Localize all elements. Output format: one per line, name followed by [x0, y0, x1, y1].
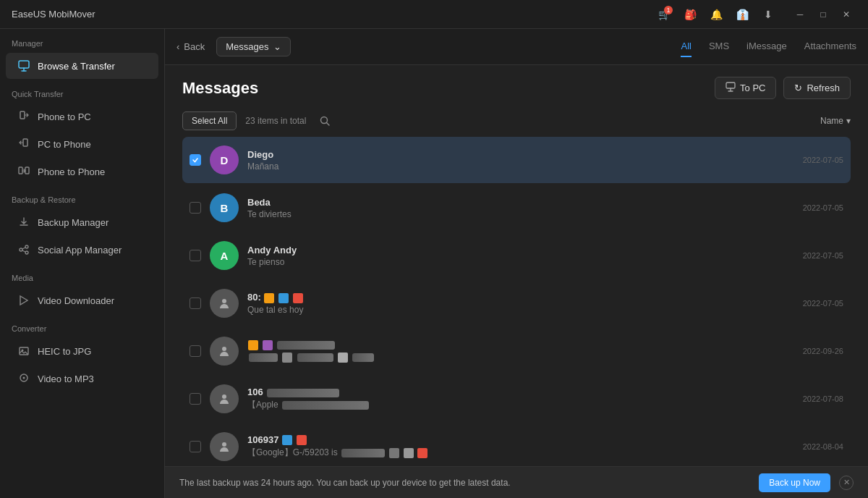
- video-downloader-icon: [17, 294, 30, 307]
- checkbox-diego[interactable]: [190, 154, 201, 166]
- sidebar-item-browse-transfer[interactable]: Browse & Transfer: [6, 53, 158, 79]
- media-section-label: Media: [0, 263, 164, 287]
- back-button[interactable]: ‹ Back: [176, 41, 205, 52]
- date-80x: 2022-07-05: [803, 299, 843, 308]
- sort-arrow-icon: ▾: [846, 116, 851, 126]
- backup-now-button[interactable]: Back up Now: [759, 473, 830, 492]
- checkbox-106937[interactable]: [190, 441, 201, 452]
- svg-rect-12: [726, 83, 735, 88]
- dropdown-arrow-icon: ⌄: [273, 41, 281, 52]
- avatar-diego: D: [210, 145, 239, 174]
- message-item-unknown1[interactable]: 2022-09-26: [182, 328, 851, 374]
- checkbox-andy[interactable]: [190, 250, 201, 261]
- checkbox-106x[interactable]: [190, 393, 201, 405]
- preview-beda: Te diviertes: [247, 209, 794, 219]
- sidebar-item-heic-to-jpg[interactable]: HEIC to JPG: [6, 338, 158, 364]
- search-button[interactable]: [315, 111, 335, 131]
- message-info-unknown1: [247, 339, 794, 363]
- main-layout: Manager Browse & Transfer Quick Transfer…: [0, 29, 868, 498]
- sidebar-item-phone-to-pc[interactable]: Phone to PC: [6, 104, 158, 130]
- download-icon[interactable]: ⬇: [758, 4, 778, 25]
- message-item-diego[interactable]: D Diego Mañana 2022-07-05: [182, 137, 851, 183]
- maximize-button[interactable]: □: [813, 4, 833, 25]
- sidebar-item-pc-to-phone[interactable]: PC to Phone: [6, 131, 158, 157]
- blurred-sender-106: [267, 389, 339, 397]
- to-pc-button[interactable]: To PC: [715, 77, 776, 99]
- sidebar-item-backup-manager[interactable]: Backup Manager: [6, 209, 158, 235]
- notification-icon[interactable]: 🛒 1: [654, 4, 674, 25]
- svg-point-17: [222, 442, 226, 447]
- message-info-80x: 80: Que tal es hoy: [247, 292, 794, 315]
- avatar-106937: [210, 432, 239, 461]
- backup-manager-icon: [17, 216, 30, 229]
- svg-rect-1: [20, 111, 25, 119]
- refresh-button[interactable]: ↻ Refresh: [783, 77, 851, 99]
- backup-section-label: Backup & Restore: [0, 185, 164, 208]
- message-item-andy[interactable]: A Andy Andy Te pienso 2022-07-05: [182, 232, 851, 279]
- tab-imessage[interactable]: iMessage: [746, 36, 787, 57]
- svg-point-6: [25, 245, 28, 248]
- message-info-106937: 106937 【Google】G-/59203 is: [247, 434, 794, 460]
- sidebar-item-video-to-mp3[interactable]: Video to MP3: [6, 366, 158, 392]
- svg-point-7: [25, 251, 28, 254]
- preview-80x: Que tal es hoy: [247, 305, 794, 315]
- close-button[interactable]: ✕: [836, 4, 856, 25]
- bag-icon[interactable]: 🎒: [680, 4, 700, 25]
- checkbox-80x[interactable]: [190, 297, 201, 309]
- message-item-80x[interactable]: 80: Que tal es hoy 2022-07-05: [182, 280, 851, 326]
- svg-marker-8: [20, 296, 27, 305]
- tab-all[interactable]: All: [681, 36, 691, 57]
- back-label: Back: [184, 41, 205, 52]
- heic-to-jpg-icon: [17, 345, 30, 358]
- sender-80x: 80:: [247, 292, 794, 303]
- app-title: EaseUS MobiMover: [12, 9, 95, 20]
- date-beda: 2022-07-05: [803, 203, 843, 212]
- backup-manager-label: Backup Manager: [38, 217, 109, 228]
- sidebar-item-video-downloader[interactable]: Video Downloader: [6, 287, 158, 313]
- date-diego: 2022-07-05: [803, 156, 843, 164]
- sender-unknown1: [247, 339, 794, 351]
- select-all-button[interactable]: Select All: [182, 111, 237, 130]
- close-notification-button[interactable]: ✕: [839, 476, 854, 490]
- tab-attachments[interactable]: Attachments: [804, 36, 856, 57]
- minimize-button[interactable]: ─: [790, 4, 810, 25]
- sidebar-item-phone-to-phone[interactable]: Phone to Phone: [6, 159, 158, 185]
- svg-rect-2: [23, 139, 27, 146]
- message-info-diego: Diego Mañana: [247, 149, 794, 172]
- messages-title: Messages: [182, 79, 258, 98]
- tab-sms[interactable]: SMS: [709, 36, 729, 57]
- avatar-beda: B: [210, 193, 239, 222]
- items-count: 23 items in total: [245, 116, 306, 126]
- color-block-1: [264, 293, 274, 303]
- preview-diego: Mañana: [247, 161, 794, 172]
- checkbox-beda[interactable]: [190, 202, 201, 214]
- message-item-106937[interactable]: 106937 【Google】G-/59203 is 2022-08-0: [182, 423, 851, 466]
- converter-section-label: Converter: [0, 314, 164, 337]
- sender-beda: Beda: [247, 197, 794, 208]
- svg-rect-3: [19, 167, 22, 174]
- avatar-106x: [210, 384, 239, 413]
- category-dropdown[interactable]: Messages ⌄: [216, 37, 290, 56]
- bell-icon[interactable]: 🔔: [706, 4, 726, 25]
- hanger-icon[interactable]: 👔: [732, 4, 752, 25]
- checkbox-unknown1[interactable]: [190, 345, 201, 357]
- svg-rect-4: [25, 167, 29, 174]
- sender-andy: Andy Andy: [247, 245, 794, 256]
- avatar-unknown1: [210, 337, 239, 366]
- date-andy: 2022-07-05: [803, 251, 843, 260]
- message-item-beda[interactable]: B Beda Te diviertes 2022-07-05: [182, 185, 851, 231]
- svg-point-15: [222, 347, 226, 351]
- svg-point-14: [222, 299, 226, 303]
- sidebar-item-social-app-manager[interactable]: Social App Manager: [6, 237, 158, 263]
- content-area: ‹ Back Messages ⌄ All SMS iMessage Attac…: [165, 29, 868, 498]
- pc-to-phone-icon: [17, 138, 30, 151]
- name-sort-button[interactable]: Name ▾: [820, 116, 851, 126]
- svg-rect-0: [19, 61, 29, 68]
- message-item-106x[interactable]: 106 【Apple 2022-07-08: [182, 376, 851, 422]
- video-to-mp3-label: Video to MP3: [38, 374, 94, 384]
- to-pc-icon: [726, 82, 736, 94]
- pc-to-phone-label: PC to Phone: [38, 139, 91, 150]
- tabs-area: All SMS iMessage Attachments: [681, 36, 856, 57]
- avatar-80x: [210, 289, 239, 318]
- sidebar: Manager Browse & Transfer Quick Transfer…: [0, 29, 165, 498]
